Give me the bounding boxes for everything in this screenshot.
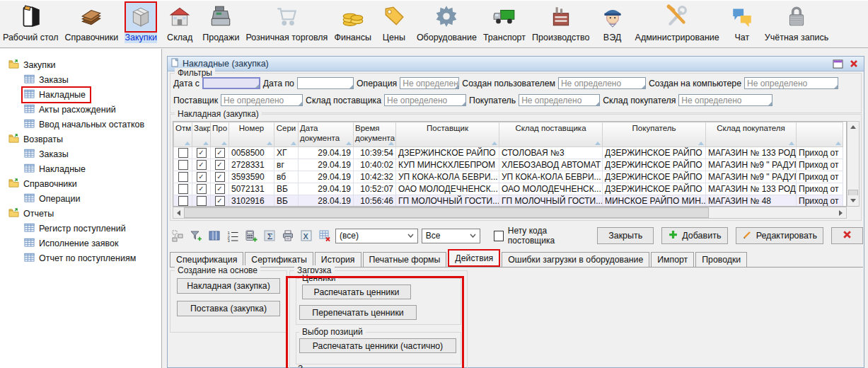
checkbox-cell[interactable]: ✓ [211,147,229,159]
reprint-price-tags-button[interactable]: Перепечатать ценники [299,305,417,320]
column-header-4[interactable]: Сери [274,122,299,147]
cell-time[interactable]: 10:56:46 [354,195,396,207]
close-icon[interactable] [847,58,860,69]
toolbar-item-sales[interactable]: Продажи [202,1,239,43]
unchecked-checkbox[interactable] [178,184,188,194]
checked-checkbox[interactable]: ✓ [197,160,207,170]
cell-supplier_warehouse[interactable]: ХЛЕБОЗАВОД АВТОМАТ [499,159,603,171]
column-header-3[interactable]: Номер [229,122,274,147]
tab-certificates[interactable]: Сертификаты [245,252,313,267]
sidebar-item-discrepancy-acts[interactable]: Акты расхождений [0,102,161,117]
column-header-0[interactable]: Отм [174,122,192,147]
cell-series[interactable]: ХГ [274,147,299,159]
checkbox-cell[interactable]: ✓ [192,147,211,159]
cell-buyer_warehouse[interactable]: МАГАЗИН №9 " РАДУГА" [706,159,797,171]
sidebar-item-orders[interactable]: Заказы [0,72,161,87]
toolbar-item-production[interactable]: Производство [532,1,590,43]
cell-buyer[interactable]: ДЗЕРЖИНСКОЕ РАЙПО [603,183,706,195]
cell-time[interactable]: 10:39:54 [354,147,396,159]
toolbar-item-customs[interactable]: ВЭД [596,1,629,43]
checkbox-cell[interactable] [192,195,211,207]
checked-checkbox[interactable]: ✓ [215,148,225,158]
cell-operation[interactable]: Приход от [797,183,843,195]
checkbox-cell[interactable] [174,147,192,159]
toolbar-item-warehouse[interactable]: Склад [163,1,196,43]
sidebar-item-return-orders[interactable]: Заказы [0,146,161,161]
tab-postings[interactable]: Проводки [695,252,747,267]
print-price-tags-button[interactable]: Распечатать ценники [302,284,411,299]
checkbox-cell[interactable]: ✓ [211,159,229,171]
cell-series[interactable]: вг [274,159,299,171]
sidebar-item-requests-execution[interactable]: Исполнение заявок [0,236,161,251]
column-header-8[interactable]: Склад поставщика [499,122,603,147]
tab-print-forms[interactable]: Печатные формы [363,252,447,267]
checked-checkbox[interactable]: ✓ [215,172,225,182]
unchecked-checkbox[interactable] [178,196,188,206]
sidebar-item-receipts-register[interactable]: Регистр поступлений [0,221,161,236]
cell-series[interactable]: вб [274,171,299,183]
scope-dropdown-all[interactable]: Все [422,229,480,243]
column-header-9[interactable]: Покупатель [603,122,706,147]
unchecked-checkbox[interactable] [197,196,207,206]
toolbar-item-transport[interactable]: Транспорт [483,1,526,43]
table-row[interactable]: ✓✓2728331вг29.04.1910:40:02КУП МИНСКХЛЕБ… [174,159,843,171]
sidebar-item-purchases[interactable]: Закупки [0,57,161,72]
cell-buyer_warehouse[interactable]: МАГАЗИН № 133 РОД... [706,147,797,159]
cell-time[interactable]: 10:42:32 [354,171,396,183]
filter-input-buyer[interactable]: Не определено [519,94,600,106]
cell-date[interactable]: 28.04.19 [299,195,354,207]
toolbar-item-desktop[interactable]: Рабочий стол [3,1,58,43]
sidebar-item-invoices[interactable]: Накладные [0,87,161,102]
checked-checkbox[interactable]: ✓ [215,184,225,194]
table-row[interactable]: ✓3102916ВБ28.04.1910:56:46ГП МОЛОЧНЫЙ ГО… [174,195,843,207]
checkbox-cell[interactable] [174,195,192,207]
sidebar-item-returns[interactable]: Возвраты [0,132,161,146]
column-header-6[interactable]: Время документа [354,122,396,147]
checked-checkbox[interactable]: ✓ [197,148,207,158]
cell-buyer[interactable]: МИНСКОЕ РАЙПО МИН... [603,195,706,207]
cell-supplier_warehouse[interactable]: УП КОКА-КОЛА БЕВРИ... [499,171,603,183]
toolbar-item-retail[interactable]: Розничная торговля [245,1,328,43]
filter-input-supplier-warehouse[interactable]: Не определено [384,94,466,106]
columns-icon[interactable] [207,229,221,243]
checkbox-cell[interactable]: ✓ [211,171,229,183]
checkbox-cell[interactable] [174,171,192,183]
cell-operation[interactable]: Приход от [797,147,843,159]
cell-time[interactable]: 10:40:02 [354,159,396,171]
horizontal-scroll-thumb[interactable] [184,207,709,218]
cell-date[interactable]: 29.04.19 [299,159,354,171]
unchecked-checkbox[interactable] [178,148,188,158]
cell-date[interactable]: 29.04.19 [299,171,354,183]
cell-operation[interactable]: Приход от [797,159,843,171]
checkbox-cell[interactable] [174,183,192,195]
delete-button[interactable] [831,227,863,244]
cell-supplier_warehouse[interactable]: ОАО МОЛОДЕЧНЕНСК... [499,183,603,195]
print-icon[interactable] [280,229,295,243]
checkbox-cell[interactable]: ✓ [192,171,211,183]
scroll-right-icon[interactable] [835,207,846,218]
checkbox-cell[interactable]: ✓ [192,159,211,171]
create-invoice-button[interactable]: Накладная (закупка) [177,278,280,294]
checked-checkbox[interactable]: ✓ [215,196,225,206]
filter-input-buyer-warehouse[interactable]: Не определено [678,94,772,106]
filter-input-created-on-computer[interactable]: Не определено [744,77,838,89]
cell-date[interactable]: 29.04.19 [299,183,354,195]
maximize-icon[interactable] [831,58,844,69]
horizontal-scrollbar[interactable] [173,207,847,219]
column-header-2[interactable]: Про [211,122,229,147]
toolbar-item-chat[interactable]: Чат [726,1,758,43]
toolbar-item-references[interactable]: Справочники [64,1,118,43]
column-header-1[interactable]: Закр [192,122,211,147]
close-button[interactable]: Закрыть [597,227,654,244]
calculator-add-icon[interactable] [243,229,258,243]
tab-specification[interactable]: Спецификация [170,252,243,267]
cell-buyer_warehouse[interactable]: МАГАЗИН № 133 РОД... [706,183,797,195]
cell-supplier_warehouse[interactable]: ГП МОЛОЧНЫЙ ГОСТИ... [499,195,603,207]
sidebar-item-references[interactable]: Справочники [0,176,161,191]
cell-supplier[interactable]: ОАО МОЛОДЕЧНЕНСК... [396,183,499,195]
scroll-left-icon[interactable] [173,207,184,218]
toolbar-item-administration[interactable]: Администрирование [635,1,719,43]
select-structure-icon[interactable] [170,229,185,243]
filter-add-icon[interactable] [188,229,203,243]
scroll-down-icon[interactable] [847,195,859,206]
